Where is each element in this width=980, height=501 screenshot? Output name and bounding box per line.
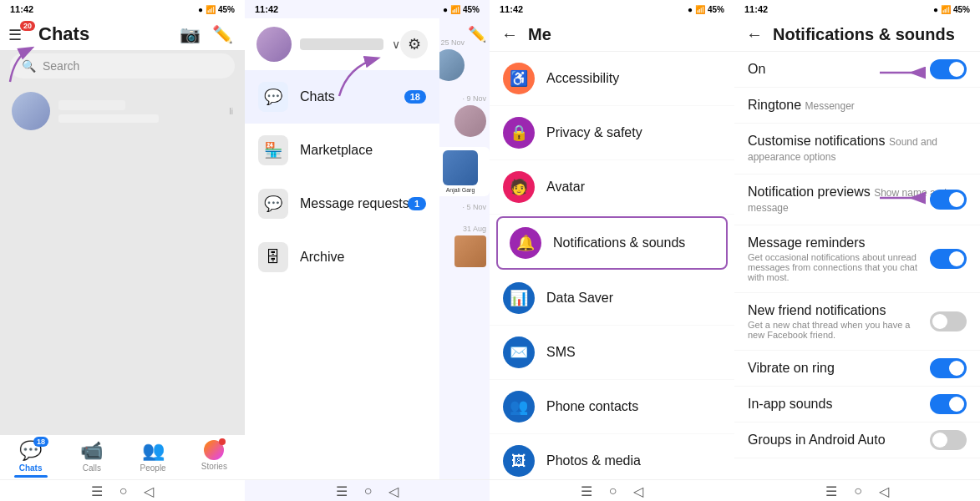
notif-customise[interactable]: Customise notifications Sound and appear… xyxy=(734,124,980,175)
sys-home-1[interactable]: ○ xyxy=(119,483,128,499)
menu-archive-label: Archive xyxy=(300,250,344,265)
notif-on: On xyxy=(734,52,980,88)
sys-home-3[interactable]: ○ xyxy=(609,483,617,499)
settings-accessibility[interactable]: ♿ Accessibility xyxy=(490,52,734,106)
back-button-4[interactable]: ← xyxy=(746,25,763,44)
profile-menu-header: ∨ ⚙ xyxy=(245,18,439,70)
photos-media-icon: 🖼 xyxy=(503,445,535,477)
chevron-down-icon[interactable]: ∨ xyxy=(392,38,400,51)
bottom-nav: 💬 18 Chats 📹 Calls 👥 People Stories xyxy=(0,434,245,479)
settings-data-saver[interactable]: 📊 Data Saver xyxy=(490,271,734,326)
notif-android-auto-toggle-visual xyxy=(930,430,967,450)
notif-new-friend-label: New friend notifications xyxy=(748,303,886,317)
status-icons-2: ● 📶 45% xyxy=(443,5,480,14)
chat-list: li xyxy=(0,85,245,434)
notif-on-toggle[interactable] xyxy=(930,59,967,79)
pencil-icon[interactable]: ✏️ xyxy=(212,24,233,44)
profile-left: ∨ xyxy=(256,27,400,62)
notif-ringtone[interactable]: Ringtone Messenger xyxy=(734,88,980,124)
accessibility-label: Accessibility xyxy=(546,71,619,86)
nav-calls[interactable]: 📹 Calls xyxy=(61,440,122,473)
privacy-icon: 🔒 xyxy=(503,117,535,149)
notif-on-toggle-visual xyxy=(930,59,967,79)
panel-me: 11:42 ● 📶 45% ← Me ♿ Accessibility 🔒 Pri… xyxy=(490,0,734,501)
notif-in-app-sounds-toggle[interactable] xyxy=(930,394,967,414)
hamburger-icon: ☰ xyxy=(8,27,22,43)
notif-vibrate-toggle[interactable] xyxy=(930,358,967,378)
notif-previews-toggle[interactable] xyxy=(930,190,967,210)
chat-item-1[interactable]: li xyxy=(0,85,245,137)
chat-date-4: 31 Aug xyxy=(463,225,486,233)
sys-home-2[interactable]: ○ xyxy=(364,483,373,499)
sys-menu-4[interactable]: ☰ xyxy=(825,483,837,499)
anjali-avatar xyxy=(443,150,478,185)
notif-vibrate-label: Vibrate on ring xyxy=(748,361,835,375)
back-button-3[interactable]: ← xyxy=(501,25,518,44)
wifi-icon-1: 📶 xyxy=(206,5,216,14)
settings-notifications[interactable]: 🔔 Notifications & sounds xyxy=(496,216,728,270)
camera-icon[interactable]: 📷 xyxy=(180,24,201,44)
panel-chats: 11:42 ● 📶 45% ☰ 20 Chats 📷 ✏️ xyxy=(0,0,245,501)
chats-title: Chats xyxy=(38,23,89,45)
notif-new-friend: New friend notifications Get a new chat … xyxy=(734,293,980,351)
search-placeholder: Search xyxy=(43,59,79,73)
notif-reminders-toggle-visual xyxy=(930,249,967,269)
notifications-title: Notifications & sounds xyxy=(773,25,955,44)
menu-item-message-requests[interactable]: 💬 Message requests 1 xyxy=(245,177,439,230)
battery-2: 45% xyxy=(463,5,480,14)
search-bar[interactable]: 🔍 Search xyxy=(10,53,235,78)
accessibility-icon: ♿ xyxy=(503,63,535,94)
menu-item-marketplace[interactable]: 🏪 Marketplace xyxy=(245,124,439,177)
profile-avatar[interactable] xyxy=(256,27,292,62)
gear-settings-btn[interactable]: ⚙ xyxy=(400,30,428,58)
sys-menu-1[interactable]: ☰ xyxy=(91,483,103,499)
nav-people[interactable]: 👥 People xyxy=(123,440,184,473)
chat-partial-avatar-2 xyxy=(454,105,486,137)
menu-item-chats[interactable]: 💬 Chats 18 xyxy=(245,70,439,124)
chats-title-area: ☰ 20 Chats xyxy=(8,23,89,45)
settings-sms[interactable]: ✉️ SMS xyxy=(490,326,734,380)
notifications-header: ← Notifications & sounds xyxy=(734,18,980,52)
sms-label: SMS xyxy=(546,345,576,360)
notif-message-reminders-label: Message reminders xyxy=(748,235,866,250)
menu-overlay: ∨ ⚙ 💬 Chats 18 xyxy=(245,18,439,479)
sys-menu-3[interactable]: ☰ xyxy=(581,483,592,499)
behind-pencil: ✏️ xyxy=(431,18,490,32)
nav-stories[interactable]: Stories xyxy=(184,440,245,473)
settings-privacy[interactable]: 🔒 Privacy & safety xyxy=(490,106,734,160)
notif-vibrate-toggle-visual xyxy=(930,358,967,378)
settings-phone-contacts[interactable]: 👥 Phone contacts xyxy=(490,380,734,434)
notifications-label: Notifications & sounds xyxy=(553,235,685,250)
sys-bar-2: ☰ ○ ◁ xyxy=(245,479,490,501)
nav-calls-label: Calls xyxy=(83,463,101,473)
notif-previews-toggle-visual xyxy=(930,190,967,210)
photos-media-label: Photos & media xyxy=(546,453,641,468)
dot-2: ● xyxy=(443,5,448,14)
phone-contacts-label: Phone contacts xyxy=(546,399,638,414)
menu-message-requests-label: Message requests xyxy=(300,196,409,211)
settings-avatar[interactable]: 🧑 Avatar xyxy=(490,160,734,215)
notif-message-reminders-toggle[interactable] xyxy=(930,249,967,269)
notif-new-friend-toggle[interactable] xyxy=(930,311,967,331)
sys-menu-2[interactable]: ☰ xyxy=(336,483,348,499)
chat-partial-4: 31 Aug xyxy=(431,218,490,274)
me-settings-list: ♿ Accessibility 🔒 Privacy & safety 🧑 Ava… xyxy=(490,52,734,479)
sys-back-3[interactable]: ◁ xyxy=(633,483,643,499)
status-icons-3: ● 📶 45% xyxy=(688,5,724,14)
time-1: 11:42 xyxy=(10,4,33,14)
sys-back-1[interactable]: ◁ xyxy=(144,483,154,499)
menu-item-archive[interactable]: 🗄 Archive xyxy=(245,230,439,284)
notif-in-app-sounds-toggle-visual xyxy=(930,394,967,414)
sys-back-2[interactable]: ◁ xyxy=(388,483,399,499)
battery-icon-1: 45% xyxy=(218,5,235,14)
notif-message-reminders: Message reminders Get occasional notific… xyxy=(734,225,980,293)
sys-home-4[interactable]: ○ xyxy=(854,483,862,499)
hamburger-menu[interactable]: ☰ 20 xyxy=(8,26,32,43)
notif-android-auto-toggle[interactable] xyxy=(930,430,967,450)
menu-marketplace-icon: 🏪 xyxy=(258,135,288,165)
chat-partial-avatar-4 xyxy=(454,235,486,267)
sys-back-4[interactable]: ◁ xyxy=(879,483,889,499)
nav-chats[interactable]: 💬 18 Chats xyxy=(0,440,61,473)
privacy-label: Privacy & safety xyxy=(546,125,642,140)
settings-photos-media[interactable]: 🖼 Photos & media xyxy=(490,434,734,479)
